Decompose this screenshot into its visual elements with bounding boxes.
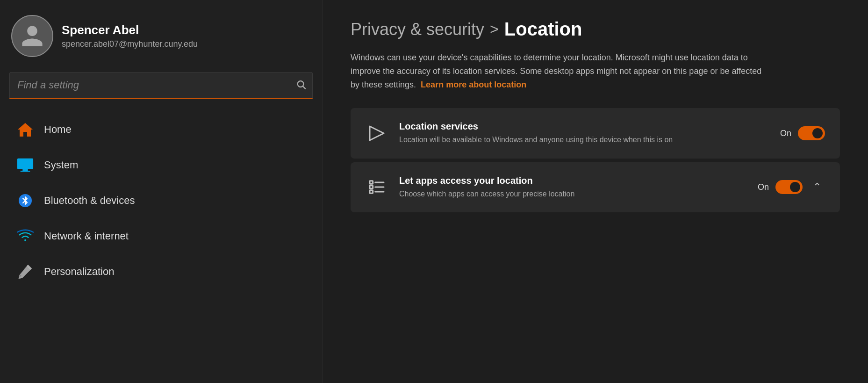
svg-rect-8 xyxy=(370,186,373,189)
system-icon xyxy=(17,157,34,173)
sidebar-item-personalization[interactable]: Personalization xyxy=(4,255,318,289)
location-services-title: Location services xyxy=(399,121,769,132)
toggle-track-2 xyxy=(775,180,803,194)
sidebar-item-system[interactable]: System xyxy=(4,148,318,182)
sidebar-item-personalization-label: Personalization xyxy=(44,266,114,278)
location-arrow-icon xyxy=(366,122,388,145)
apps-location-expand-button[interactable]: ⌃ xyxy=(809,179,825,195)
learn-more-link[interactable]: Learn more about location xyxy=(421,80,526,89)
user-avatar-icon xyxy=(20,23,45,49)
breadcrumb-arrow: > xyxy=(490,21,499,38)
sidebar-item-home[interactable]: Home xyxy=(4,113,318,146)
avatar xyxy=(11,15,53,57)
sidebar-item-bluetooth[interactable]: Bluetooth & devices xyxy=(4,184,318,217)
location-services-toggle[interactable] xyxy=(798,126,825,140)
toggle-thumb xyxy=(812,128,823,138)
location-services-controls: On xyxy=(780,126,825,140)
sidebar-item-network[interactable]: Network & internet xyxy=(4,219,318,253)
sidebar-item-network-label: Network & internet xyxy=(44,230,129,242)
search-button[interactable] xyxy=(296,79,306,92)
apps-location-info: Let apps access your location Choose whi… xyxy=(399,175,746,199)
breadcrumb-page: Location xyxy=(504,19,582,40)
wifi-icon xyxy=(17,228,34,245)
svg-rect-5 xyxy=(21,171,30,172)
description-text: Windows can use your device's capabiliti… xyxy=(351,53,761,89)
apps-location-toggle[interactable] xyxy=(775,180,803,194)
location-services-desc: Location will be available to Windows an… xyxy=(399,135,769,145)
location-services-card: Location services Location will be avail… xyxy=(351,108,840,158)
breadcrumb-section: Privacy & security xyxy=(351,20,484,39)
search-icon xyxy=(296,79,306,89)
search-input[interactable] xyxy=(9,72,313,99)
apps-location-controls: On ⌃ xyxy=(758,179,825,195)
svg-rect-7 xyxy=(370,181,373,184)
toggle-thumb-2 xyxy=(790,182,800,192)
main-content: Privacy & security > Location Windows ca… xyxy=(323,0,868,383)
location-services-info: Location services Location will be avail… xyxy=(399,121,769,145)
user-name: Spencer Abel xyxy=(62,23,198,37)
svg-rect-9 xyxy=(370,190,373,194)
apps-list-icon xyxy=(366,176,388,198)
bluetooth-icon xyxy=(17,192,34,209)
sidebar: Spencer Abel spencer.abel07@myhunter.cun… xyxy=(0,0,323,383)
sidebar-item-bluetooth-label: Bluetooth & devices xyxy=(44,195,135,207)
pencil-icon xyxy=(17,263,34,280)
sidebar-item-system-label: System xyxy=(44,159,78,171)
svg-line-1 xyxy=(303,86,305,88)
breadcrumb: Privacy & security > Location xyxy=(351,19,840,40)
svg-rect-4 xyxy=(22,169,28,171)
apps-location-status: On xyxy=(758,182,769,192)
user-email: spencer.abel07@myhunter.cuny.edu xyxy=(62,39,198,49)
search-container xyxy=(9,72,313,99)
svg-marker-6 xyxy=(370,126,384,140)
toggle-track xyxy=(798,126,825,140)
page-description: Windows can use your device's capabiliti… xyxy=(351,51,771,91)
location-services-status: On xyxy=(780,129,791,138)
user-profile: Spencer Abel spencer.abel07@myhunter.cun… xyxy=(0,0,322,70)
apps-location-title: Let apps access your location xyxy=(399,175,746,186)
sidebar-item-home-label: Home xyxy=(44,123,72,136)
sidebar-nav: Home System Bluetooth & xyxy=(0,108,322,293)
user-info: Spencer Abel spencer.abel07@myhunter.cun… xyxy=(62,23,198,49)
home-icon xyxy=(17,121,34,138)
apps-location-desc: Choose which apps can access your precis… xyxy=(399,189,746,199)
svg-marker-2 xyxy=(18,123,33,137)
svg-rect-3 xyxy=(17,159,33,169)
apps-location-card: Let apps access your location Choose whi… xyxy=(351,162,840,212)
